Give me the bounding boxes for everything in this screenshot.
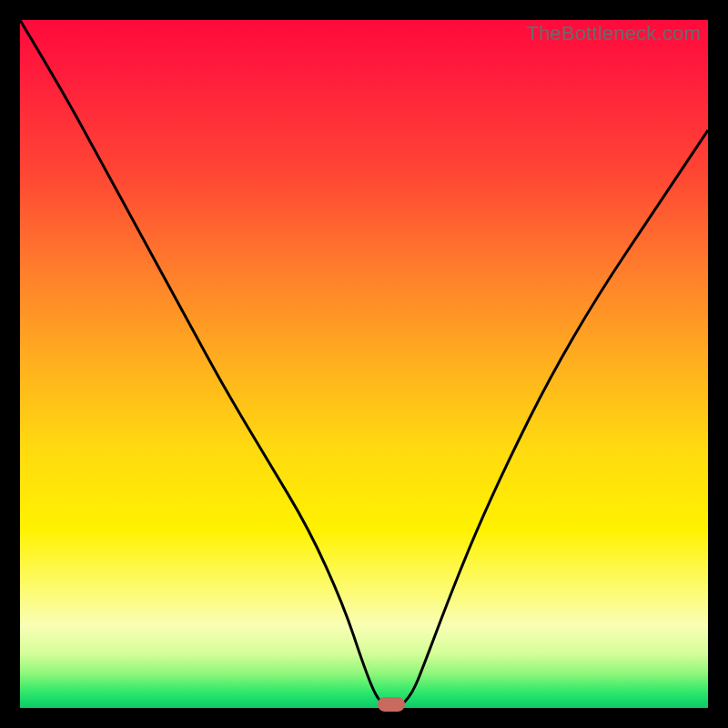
- minimum-marker: [378, 697, 405, 712]
- bottleneck-curve: [20, 20, 708, 708]
- chart-frame: TheBottleneck.com: [0, 0, 728, 728]
- plot-area: TheBottleneck.com: [20, 20, 708, 708]
